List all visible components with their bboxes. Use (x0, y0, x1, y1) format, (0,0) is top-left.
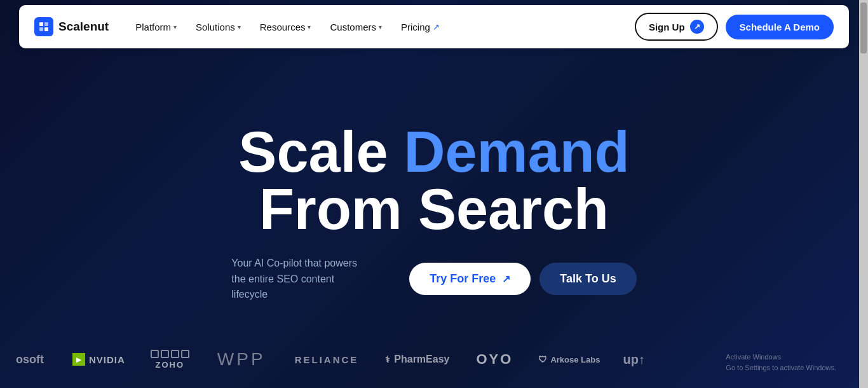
nav-label-customers: Customers (330, 22, 376, 32)
logo-softbase: osoft (0, 353, 60, 366)
logo-oyo: OYO (462, 351, 527, 368)
hero-section: Scale Demand From Search Your AI Co-pilo… (0, 0, 868, 388)
chevron-down-icon: ▾ (238, 24, 241, 31)
nav-item-solutions[interactable]: Solutions ▾ (187, 17, 250, 38)
arkose-shield-icon: 🛡 (538, 354, 547, 364)
pharmeasy-icon: ⚕ (385, 354, 390, 364)
signup-label: Sign Up (649, 22, 685, 32)
nav-actions: Sign Up ↗ Schedule A Demo (635, 13, 834, 41)
talk-label: Talk To Us (560, 272, 616, 285)
hero-title-blue: Demand (404, 120, 630, 184)
arrow-circle-icon: ↗ (690, 20, 704, 34)
logo-reliance: RELIANCE (281, 354, 373, 365)
main-nav: Platform ▾ Solutions ▾ Resources ▾ Custo… (126, 17, 635, 38)
chevron-down-icon: ▾ (173, 24, 177, 31)
logo-zoho: ZOHO (138, 350, 202, 370)
logo-arkose: 🛡 Arkose Labs (527, 354, 611, 364)
nav-item-pricing[interactable]: Pricing ↗ (392, 17, 449, 38)
nav-item-customers[interactable]: Customers ▾ (321, 17, 391, 38)
chevron-down-icon: ▾ (379, 24, 382, 31)
logo[interactable]: Scalenut (34, 17, 109, 36)
scrollbar-track[interactable] (859, 0, 868, 388)
nvidia-badge-icon: ▶ (72, 353, 85, 366)
demo-label: Schedule A Demo (740, 22, 820, 32)
hero-title-white: Scale (238, 120, 403, 184)
nav-label-solutions: Solutions (196, 22, 235, 32)
demo-button[interactable]: Schedule A Demo (726, 15, 834, 39)
activation-line2: Go to Settings to activate Windows. (726, 363, 836, 374)
hero-buttons: Try For Free ↗ Talk To Us (409, 263, 636, 295)
nav-label-resources: Resources (260, 22, 306, 32)
nav-item-resources[interactable]: Resources ▾ (251, 17, 320, 38)
svg-rect-1 (44, 22, 48, 26)
hero-title: Scale Demand From Search (238, 123, 629, 238)
scrollbar-thumb[interactable] (860, 3, 867, 53)
signup-button[interactable]: Sign Up ↗ (635, 13, 718, 41)
logo-nvidia: ▶ NVIDIA (60, 353, 138, 366)
logo-upwork: up↑ (611, 352, 656, 367)
hero-subtitle-row: Your AI Co-pilot that powers the entire … (231, 256, 636, 303)
external-link-icon: ↗ (433, 22, 440, 32)
hero-subtitle: Your AI Co-pilot that powers the entire … (231, 256, 371, 303)
chevron-down-icon: ▾ (308, 24, 311, 31)
logo-icon (34, 17, 53, 36)
windows-activation-notice: Activate Windows Go to Settings to activ… (726, 352, 836, 374)
nav-item-platform[interactable]: Platform ▾ (126, 17, 186, 38)
hero-title-line2: From Search (238, 181, 629, 238)
try-free-label: Try For Free (430, 272, 496, 286)
svg-rect-0 (39, 22, 43, 26)
talk-to-us-button[interactable]: Talk To Us (539, 263, 636, 295)
logo-wpp: WPP (202, 349, 281, 370)
logo-text: Scalenut (58, 20, 109, 34)
nav-label-platform: Platform (135, 22, 171, 32)
svg-rect-2 (39, 27, 43, 31)
arrow-up-right-icon: ↗ (502, 273, 510, 285)
logo-pharmeasy: ⚕ PharmEasy (372, 354, 462, 365)
nav-label-pricing: Pricing (401, 22, 430, 32)
activation-line1: Activate Windows (726, 352, 836, 363)
try-free-button[interactable]: Try For Free ↗ (409, 263, 531, 295)
svg-rect-3 (44, 27, 48, 31)
